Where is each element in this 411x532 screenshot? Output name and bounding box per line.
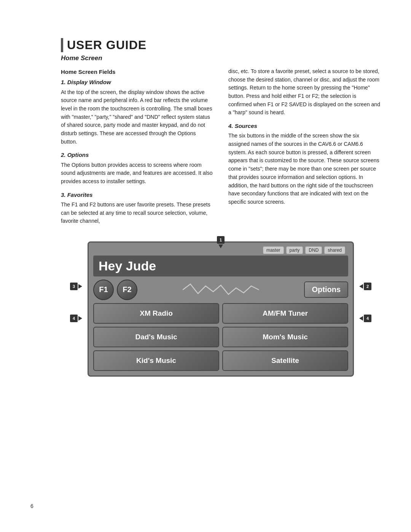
callout-3: 3 — [70, 283, 82, 290]
subsection1-title: 1. Display Window — [61, 78, 213, 86]
subsection3-title: 3. Favorites — [61, 190, 213, 199]
subsection2-body: The Options button provides access to sc… — [61, 161, 213, 186]
diagram-section: 1 3 4 2 4 — [61, 241, 381, 377]
sources-grid: XM Radio AM/FM Tuner Dad's Music Mom's M… — [93, 303, 348, 371]
callout-4-left-badge: 4 — [70, 315, 78, 322]
source-amfm-tuner[interactable]: AM/FM Tuner — [222, 303, 348, 324]
waveform-icon — [140, 282, 301, 297]
f2-button[interactable]: F2 — [117, 280, 137, 300]
display-window: Hey Jude — [93, 256, 348, 276]
subsection4-body: The six buttons in the middle of the scr… — [228, 132, 381, 206]
callout-3-arrow — [78, 284, 82, 289]
source-dads-music[interactable]: Dad's Music — [93, 327, 219, 347]
subsection4-title: 4. Sources — [228, 121, 381, 130]
page-title: USER GUIDE — [61, 38, 381, 52]
status-shared: shared — [324, 246, 345, 254]
callout-4-right: 4 — [359, 315, 371, 322]
callout-2-badge: 2 — [364, 283, 371, 290]
page-number: 6 — [30, 503, 33, 509]
right-continuation: disc, etc. To store a favorite preset, s… — [228, 67, 381, 117]
callout-4-right-arrow — [359, 316, 363, 321]
status-dnd: DND — [305, 246, 322, 254]
callout-1: 1 — [217, 236, 225, 248]
options-button[interactable]: Options — [304, 281, 348, 298]
section-heading: Home Screen Fields — [61, 67, 213, 76]
callout-1-badge: 1 — [217, 236, 225, 244]
callout-1-arrow — [218, 244, 223, 248]
subsection3-body: The F1 and F2 buttons are user favorite … — [61, 201, 213, 225]
callout-4-right-badge: 4 — [364, 315, 371, 322]
left-column: Home Screen Fields 1. Display Window At … — [61, 67, 213, 230]
waveform-area — [140, 280, 301, 300]
status-party: party — [286, 246, 303, 254]
callout-4-left: 4 — [70, 315, 82, 322]
controls-row: F1 F2 Options — [93, 280, 348, 300]
source-kids-music[interactable]: Kid's Music — [93, 350, 219, 371]
callout-2: 2 — [359, 283, 371, 290]
source-moms-music[interactable]: Mom's Music — [222, 327, 348, 347]
f1-button[interactable]: F1 — [93, 280, 114, 300]
status-master: master — [263, 246, 284, 254]
page: USER GUIDE Home Screen Home Screen Field… — [0, 0, 411, 407]
device-screen: master party DND shared Hey Jude F1 F2 — [88, 241, 354, 377]
callout-3-badge: 3 — [70, 283, 78, 290]
subsection2-title: 2. Options — [61, 150, 213, 159]
callout-2-arrow — [359, 284, 363, 289]
source-xm-radio[interactable]: XM Radio — [93, 303, 219, 324]
subsection1-body: At the top of the screen, the display wi… — [61, 88, 213, 146]
callout-4-left-arrow — [78, 316, 82, 321]
diagram-wrapper: 1 3 4 2 4 — [88, 241, 354, 377]
source-satellite[interactable]: Satellite — [222, 350, 348, 371]
content-layout: Home Screen Fields 1. Display Window At … — [61, 67, 381, 230]
section-subtitle: Home Screen — [61, 54, 381, 62]
right-column: disc, etc. To store a favorite preset, s… — [228, 67, 381, 230]
